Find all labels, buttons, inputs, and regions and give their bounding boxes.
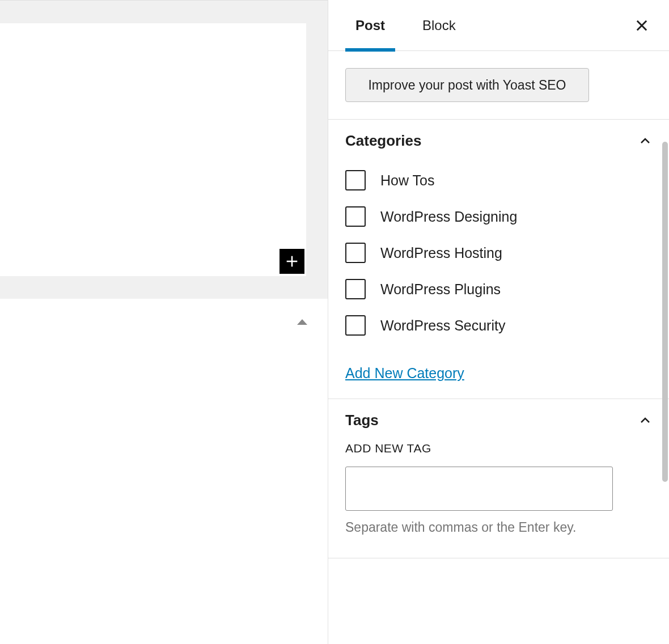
settings-sidebar: Post Block Improve your post with Yoast … — [328, 0, 669, 644]
category-label: WordPress Designing — [380, 209, 517, 225]
chevron-up-icon — [638, 134, 652, 148]
editor-meta-area — [0, 299, 328, 644]
categories-panel: Categories How Tos WordPress Designing W… — [328, 120, 669, 399]
yoast-improve-button[interactable]: Improve your post with Yoast SEO — [345, 68, 589, 102]
add-block-button[interactable] — [280, 249, 304, 274]
close-icon — [634, 18, 650, 33]
yoast-panel: Improve your post with Yoast SEO — [328, 51, 669, 120]
tags-panel-header[interactable]: Tags — [328, 399, 669, 442]
chevron-up-icon — [638, 414, 652, 427]
categories-body: How Tos WordPress Designing WordPress Ho… — [328, 162, 669, 399]
category-item: WordPress Hosting — [345, 235, 652, 271]
category-checkbox[interactable] — [345, 243, 366, 263]
categories-title: Categories — [345, 132, 421, 150]
scroll-up-icon[interactable] — [297, 319, 307, 325]
category-checkbox[interactable] — [345, 279, 366, 299]
tags-panel: Tags ADD NEW TAG Separate with commas or… — [328, 399, 669, 558]
category-item: WordPress Security — [345, 307, 652, 344]
tag-input-hint: Separate with commas or the Enter key. — [345, 520, 652, 535]
category-item — [345, 344, 652, 349]
category-item: WordPress Designing — [345, 198, 652, 235]
categories-panel-header[interactable]: Categories — [328, 120, 669, 162]
tab-post[interactable]: Post — [345, 0, 395, 51]
category-label: WordPress Security — [380, 317, 505, 334]
editor-area — [0, 0, 328, 644]
category-checkbox[interactable] — [345, 206, 366, 227]
close-sidebar-button[interactable] — [632, 15, 652, 36]
sidebar-scrollbar[interactable] — [661, 0, 669, 644]
add-new-category-link[interactable]: Add New Category — [345, 365, 464, 381]
category-item: How Tos — [345, 162, 652, 198]
category-label: WordPress Hosting — [380, 245, 502, 261]
scrollbar-thumb[interactable] — [662, 142, 668, 482]
tab-block[interactable]: Block — [412, 0, 466, 51]
sidebar-tabs: Post Block — [328, 0, 669, 51]
tags-title: Tags — [345, 412, 379, 429]
category-label: How Tos — [380, 172, 434, 189]
tag-input[interactable] — [345, 467, 613, 511]
plus-icon — [284, 253, 300, 269]
category-item: WordPress Plugins — [345, 271, 652, 307]
categories-list: How Tos WordPress Designing WordPress Ho… — [345, 162, 652, 349]
add-new-tag-label: ADD NEW TAG — [345, 442, 652, 455]
category-label: WordPress Plugins — [380, 281, 501, 298]
editor-canvas[interactable] — [0, 23, 306, 276]
tags-body: ADD NEW TAG Separate with commas or the … — [328, 442, 669, 558]
category-checkbox[interactable] — [345, 170, 366, 190]
category-checkbox[interactable] — [345, 315, 366, 336]
